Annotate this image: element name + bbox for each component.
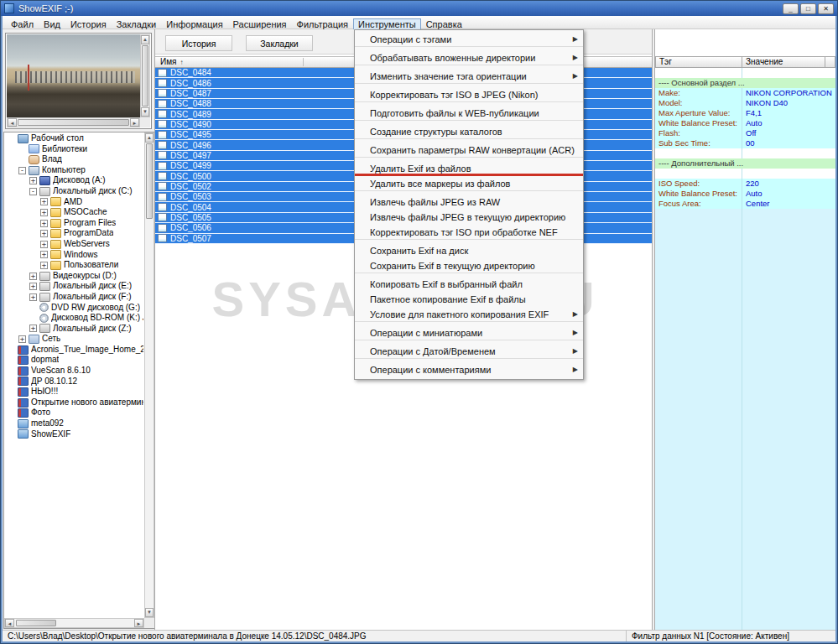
tree-item[interactable]: +WebServers (5, 239, 143, 250)
scroll-right-icon[interactable]: ► (134, 619, 143, 627)
tree-item[interactable]: +Program Files (5, 218, 143, 229)
tools-menu-item-19[interactable]: Операции с комментариями▶ (355, 362, 583, 377)
expand-plus-icon[interactable]: + (40, 220, 48, 227)
menubar-item-8[interactable]: Справка (421, 18, 467, 30)
tree-item[interactable]: Фото (5, 408, 143, 418)
menubar-item-1[interactable]: Вид (39, 18, 65, 30)
menubar-item-5[interactable]: Расширения (228, 18, 292, 30)
tree-item[interactable]: DVD RW дисковод (G:) (5, 303, 143, 314)
tree-item[interactable]: +Пользователи (5, 260, 143, 271)
expand-plus-icon[interactable]: + (40, 262, 48, 269)
exif-row[interactable]: Model:NIKON D40 (655, 98, 835, 108)
tree-item[interactable]: +Windows (5, 250, 143, 261)
scroll-thumb[interactable] (146, 143, 153, 219)
tree-item[interactable]: +Сеть (5, 334, 143, 345)
tools-menu-item-15[interactable]: Пакетное копирование Exif в файлы (355, 292, 583, 307)
expand-plus-icon[interactable]: + (29, 283, 37, 290)
tree-item[interactable]: +ProgramData (5, 228, 143, 239)
tree-item[interactable]: Библиотеки (5, 144, 143, 155)
tab-0[interactable]: История (165, 35, 232, 51)
scroll-thumb[interactable] (142, 45, 148, 106)
menubar-item-6[interactable]: Фильтрация (292, 18, 353, 30)
tree-item[interactable]: +Дисковод (A:) (5, 175, 143, 186)
tree-item[interactable]: ДР 08.10.12 (5, 377, 143, 387)
menubar-item-4[interactable]: Информация (161, 18, 227, 30)
value-column-header[interactable]: Значение (742, 56, 825, 68)
tree-item[interactable]: -Компьютер (5, 165, 143, 176)
expand-plus-icon[interactable]: + (40, 251, 48, 258)
maximize-button[interactable]: □ (800, 3, 816, 14)
expand-plus-icon[interactable]: + (40, 209, 48, 216)
tree-item[interactable]: +AMD (5, 197, 143, 208)
tools-menu-item-14[interactable]: Копировать Exif в выбранный файл (355, 277, 583, 292)
menubar-item-0[interactable]: Файл (6, 18, 39, 30)
expand-plus-icon[interactable]: + (29, 293, 37, 301)
tab-1[interactable]: Закладки (246, 35, 313, 51)
tree-item[interactable]: VueScan 8.6.10 (5, 366, 143, 377)
exif-row[interactable]: Make:NIKON CORPORATION (655, 88, 835, 98)
scroll-up-icon[interactable]: ▲ (141, 35, 149, 44)
scroll-left-icon[interactable]: ◄ (8, 118, 17, 127)
tools-menu-item-1[interactable]: Обрабатывать вложенные директории▶ (355, 50, 583, 65)
tree-item[interactable]: -Локальный диск (C:) (5, 186, 143, 197)
tree-item[interactable]: Acronis_True_Image_Home_2012 (5, 345, 143, 356)
tree-item[interactable]: meta092 (5, 418, 143, 429)
tree-item[interactable]: Рабочий стол (5, 133, 143, 144)
tools-menu-item-3[interactable]: Корректировать тэг ISO в JPEG (Nikon) (355, 87, 583, 102)
expand-plus-icon[interactable]: + (18, 335, 26, 343)
tree-item[interactable]: +Локальный диск (E:) (5, 281, 143, 292)
tools-menu-item-4[interactable]: Подготовить файлы к WEB-публикации (355, 106, 583, 121)
tools-menu-item-2[interactable]: Изменить значение тэга ориентации▶ (355, 69, 583, 84)
expand-plus-icon[interactable]: + (29, 177, 37, 184)
menubar-item-7[interactable]: Инструменты (353, 18, 421, 30)
exif-row[interactable]: ISO Speed:220 (655, 179, 835, 189)
tools-menu-item-5[interactable]: Создание структуры каталогов (355, 124, 583, 139)
exif-section-row[interactable]: ---- Основной раздел ... (655, 78, 835, 88)
name-column-header[interactable]: Имя (160, 57, 176, 66)
tools-menu-item-17[interactable]: Операции с миниатюрами▶ (355, 325, 583, 340)
tools-menu-item-13[interactable]: Сохранить Exif в текущую директорию (355, 258, 583, 273)
tree-vertical-scrollbar[interactable]: ▲ ▼ (144, 132, 154, 618)
tree-horizontal-scrollbar[interactable]: ◄ ► (4, 618, 144, 628)
preview-vertical-scrollbar[interactable]: ▲ ▼ (140, 34, 150, 117)
tools-menu-item-18[interactable]: Операции с Датой/Временем▶ (355, 344, 583, 359)
exif-row[interactable]: Flash:Off (655, 128, 835, 138)
scroll-left-icon[interactable]: ◄ (5, 619, 14, 627)
exif-row[interactable]: White Balance Preset:Auto (655, 118, 835, 128)
expand-plus-icon[interactable]: + (29, 325, 37, 332)
tree-item[interactable]: +Локальный диск (Z:) (5, 324, 143, 335)
scroll-thumb[interactable] (16, 620, 56, 626)
collapse-minus-icon[interactable]: - (18, 167, 26, 174)
exif-row[interactable]: Focus Area:Center (655, 199, 835, 209)
tools-menu-item-7[interactable]: Удалить Exif из файлов (355, 161, 583, 176)
tree-item[interactable]: НЫО!!! (5, 387, 143, 397)
expand-plus-icon[interactable]: + (40, 230, 48, 237)
scroll-thumb[interactable] (18, 119, 129, 126)
exif-row[interactable]: Max Aperture Value:F4,1 (655, 108, 835, 118)
preview-horizontal-scrollbar[interactable]: ◄ ► (7, 117, 140, 127)
scroll-up-icon[interactable]: ▲ (145, 133, 154, 143)
tree-item[interactable]: +Локальный диск (F:) (5, 292, 143, 303)
tools-menu-item-16[interactable]: Условие для пакетного копирования EXIF▶ (355, 307, 583, 322)
tree-item[interactable]: Влад (5, 154, 143, 165)
scroll-down-icon[interactable]: ▼ (145, 608, 154, 617)
tools-menu-item-12[interactable]: Сохранить Exif на диск (355, 243, 583, 258)
expand-plus-icon[interactable]: + (29, 273, 37, 280)
scroll-right-icon[interactable]: ► (130, 118, 139, 127)
expand-plus-icon[interactable]: + (40, 198, 48, 205)
titlebar[interactable]: ShowEXIF ;-) _ □ ✕ (1, 1, 837, 16)
tree-item[interactable]: +MSOCache (5, 207, 143, 218)
expand-plus-icon[interactable]: + (40, 241, 48, 248)
exif-section-row[interactable]: ---- Дополнительный ... (655, 158, 835, 169)
tree-item[interactable]: Дисковод BD-ROM (K:) JavaScript (5, 313, 143, 324)
menubar-item-2[interactable]: История (65, 18, 112, 30)
tools-menu-item-6[interactable]: Сохранить параметры RAW конвертации (ACR… (355, 143, 583, 158)
collapse-minus-icon[interactable]: - (29, 188, 37, 195)
tree-item[interactable]: dopmat (5, 355, 143, 366)
tree-item[interactable]: +Видеокурсы (D:) (5, 271, 143, 282)
tree-item[interactable]: ShowEXIF (5, 429, 143, 440)
close-button[interactable]: ✕ (818, 3, 834, 14)
tree-item[interactable]: Открытие нового авиатерминала в Донецке … (5, 397, 143, 408)
tools-menu-item-11[interactable]: Корректировать тэг ISO при обработке NEF (355, 225, 583, 240)
menubar-item-3[interactable]: Закладки (112, 18, 162, 30)
